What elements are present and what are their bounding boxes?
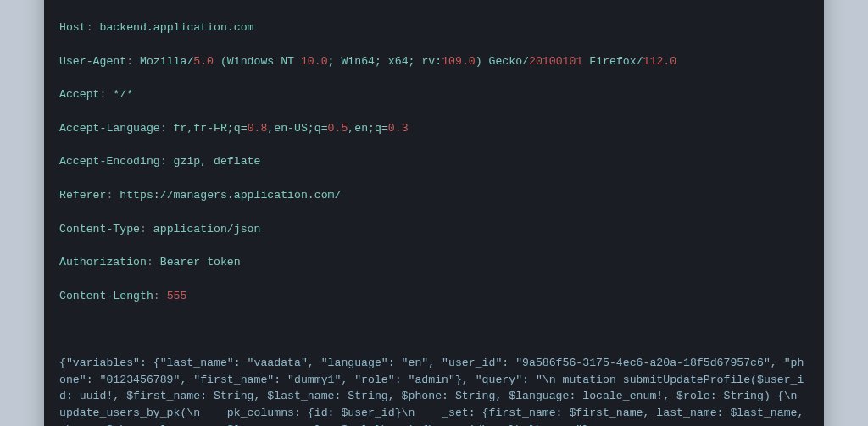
request-body: {"variables": {"last_name": "vaadata", "… <box>59 355 809 426</box>
header-accept-language: Accept-Language: fr,fr-FR;q=0.8,en-US;q=… <box>59 120 809 137</box>
terminal-window: POST /v1/graphql HTTP/1.1 Host: backend.… <box>44 0 824 426</box>
header-accept-encoding: Accept-Encoding: gzip, deflate <box>59 153 809 170</box>
header-content-length: Content-Length: 555 <box>59 288 809 305</box>
http-request-block: POST /v1/graphql HTTP/1.1 Host: backend.… <box>44 0 824 426</box>
header-accept: Accept: */* <box>59 86 809 103</box>
header-host: Host: backend.application.com <box>59 19 809 36</box>
header-referer: Referer: https://managers.application.co… <box>59 187 809 204</box>
header-user-agent: User-Agent: Mozilla/5.0 (Windows NT 10.0… <box>59 53 809 70</box>
request-line: POST /v1/graphql HTTP/1.1 <box>59 0 809 3</box>
header-content-type: Content-Type: application/json <box>59 221 809 238</box>
header-authorization: Authorization: Bearer token <box>59 254 809 271</box>
